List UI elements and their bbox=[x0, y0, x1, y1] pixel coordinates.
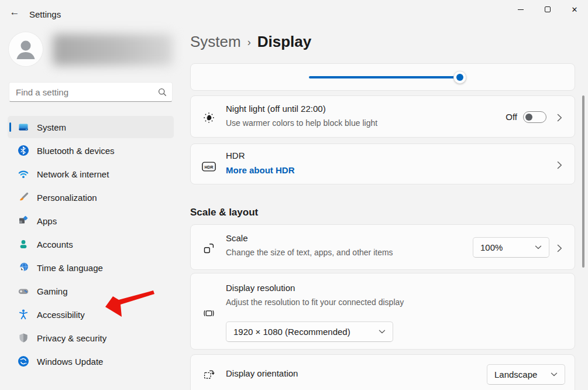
breadcrumb-parent[interactable]: System bbox=[190, 33, 241, 51]
section-header: Scale & layout bbox=[190, 207, 258, 218]
scale-dropdown-value: 100% bbox=[480, 242, 503, 252]
close-icon: ✕ bbox=[572, 6, 578, 13]
sidebar-item-windows-update[interactable]: Windows Update bbox=[8, 350, 174, 372]
brightness-slider-handle[interactable] bbox=[453, 71, 466, 84]
toggle-state-label: Off bbox=[506, 112, 517, 122]
sidebar-item-label: Personalization bbox=[37, 193, 97, 203]
sidebar-item-label: Privacy & security bbox=[37, 333, 106, 343]
brush-icon bbox=[18, 191, 29, 203]
chevron-right-icon bbox=[557, 244, 562, 255]
back-arrow-icon: ← bbox=[10, 6, 20, 18]
scale-icon bbox=[202, 241, 216, 255]
sidebar-item-label: Gaming bbox=[37, 286, 68, 296]
breadcrumb-separator-icon: › bbox=[247, 36, 251, 49]
minimize-button[interactable] bbox=[507, 0, 534, 19]
selected-indicator bbox=[9, 122, 11, 132]
resolution-subtitle: Adjust the resolution to fit your connec… bbox=[226, 297, 404, 307]
svg-text:HDR: HDR bbox=[205, 165, 214, 169]
hdr-card[interactable]: HDR HDR More about HDR bbox=[190, 143, 575, 184]
back-button[interactable]: ← bbox=[6, 5, 23, 20]
orientation-icon bbox=[202, 368, 216, 382]
sidebar-item-bluetooth-devices[interactable]: Bluetooth & devices bbox=[8, 139, 174, 162]
sidebar-item-label: Accounts bbox=[37, 240, 73, 249]
resolution-icon bbox=[202, 306, 216, 320]
accessibility-icon bbox=[18, 309, 29, 320]
update-icon bbox=[18, 355, 29, 367]
night-light-subtitle: Use warmer colors to help block blue lig… bbox=[226, 118, 377, 128]
resolution-dropdown-value: 1920 × 1080 (Recommended) bbox=[233, 327, 350, 337]
chevron-down-icon bbox=[372, 330, 386, 334]
window-controls: ✕ bbox=[507, 0, 588, 19]
toggle-knob bbox=[525, 114, 532, 121]
hdr-more-link[interactable]: More about HDR bbox=[226, 165, 295, 175]
sidebar-item-privacy-security[interactable]: Privacy & security bbox=[8, 327, 174, 349]
breadcrumb: System › Display bbox=[190, 33, 311, 51]
night-light-icon bbox=[202, 111, 216, 125]
slider-dot bbox=[456, 74, 463, 81]
maximize-button[interactable] bbox=[534, 0, 561, 19]
person-icon bbox=[9, 32, 43, 66]
display-resolution-card: Display resolution Adjust the resolution… bbox=[190, 273, 575, 350]
sidebar-item-accounts[interactable]: Accounts bbox=[8, 233, 174, 255]
night-light-card[interactable]: Night light (off until 22:00) Use warmer… bbox=[190, 95, 575, 138]
hdr-title: HDR bbox=[226, 150, 245, 160]
sidebar-item-label: System bbox=[37, 122, 66, 132]
sidebar-item-label: Windows Update bbox=[37, 357, 103, 367]
system-icon bbox=[18, 121, 29, 133]
chevron-down-icon bbox=[544, 372, 558, 377]
search-input[interactable] bbox=[9, 82, 173, 102]
gamepad-icon bbox=[18, 285, 29, 297]
clock-globe-icon bbox=[18, 262, 29, 273]
chevron-down-icon bbox=[528, 245, 542, 249]
scale-title: Scale bbox=[226, 233, 248, 243]
orientation-dropdown-value: Landscape bbox=[494, 370, 537, 379]
scale-dropdown[interactable]: 100% bbox=[473, 237, 549, 258]
night-light-toggle[interactable] bbox=[523, 111, 546, 123]
sidebar-item-personalization[interactable]: Personalization bbox=[8, 186, 174, 208]
scrollbar-thumb[interactable] bbox=[582, 95, 584, 268]
apps-icon bbox=[18, 215, 29, 227]
orientation-dropdown[interactable]: Landscape bbox=[487, 364, 565, 385]
sidebar-item-label: Time & language bbox=[37, 263, 103, 273]
sidebar-item-label: Apps bbox=[37, 216, 57, 226]
sidebar-item-gaming[interactable]: Gaming bbox=[8, 280, 174, 302]
sidebar-item-time-language[interactable]: Time & language bbox=[8, 256, 174, 279]
bluetooth-icon bbox=[18, 145, 29, 156]
avatar bbox=[9, 32, 43, 66]
scale-card[interactable]: Scale Change the size of text, apps, and… bbox=[190, 224, 575, 270]
maximize-icon bbox=[545, 6, 551, 12]
sidebar: System Bluetooth & devices Network & int… bbox=[8, 116, 174, 374]
sidebar-item-apps[interactable]: Apps bbox=[8, 210, 174, 232]
shield-icon bbox=[18, 332, 29, 344]
sidebar-item-label: Bluetooth & devices bbox=[37, 146, 115, 156]
scale-subtitle: Change the size of text, apps, and other… bbox=[226, 248, 393, 257]
sidebar-item-network-internet[interactable]: Network & internet bbox=[8, 163, 174, 185]
wifi-icon bbox=[18, 168, 29, 180]
brightness-slider-track[interactable] bbox=[309, 76, 460, 78]
minimize-icon bbox=[518, 9, 524, 10]
app-title: Settings bbox=[29, 9, 61, 19]
sidebar-item-accessibility[interactable]: Accessibility bbox=[8, 303, 174, 326]
chevron-right-icon bbox=[557, 114, 562, 124]
resolution-title: Display resolution bbox=[226, 283, 295, 293]
night-light-title: Night light (off until 22:00) bbox=[226, 104, 326, 114]
search-box bbox=[9, 82, 173, 102]
orientation-title: Display orientation bbox=[226, 368, 298, 378]
settings-window: ← Settings ✕ System bbox=[0, 0, 588, 390]
resolution-dropdown[interactable]: 1920 × 1080 (Recommended) bbox=[226, 321, 393, 342]
accounts-icon bbox=[18, 238, 29, 250]
close-button[interactable]: ✕ bbox=[561, 0, 588, 19]
sidebar-item-system[interactable]: System bbox=[8, 116, 174, 138]
user-name-blurred bbox=[53, 34, 173, 66]
sidebar-item-label: Accessibility bbox=[37, 310, 85, 320]
hdr-icon: HDR bbox=[202, 159, 216, 173]
chevron-right-icon bbox=[557, 161, 562, 172]
display-orientation-card: Display orientation Landscape bbox=[190, 354, 575, 390]
page-title: Display bbox=[257, 33, 312, 51]
sidebar-item-label: Network & internet bbox=[37, 169, 109, 179]
brightness-card bbox=[190, 63, 575, 91]
